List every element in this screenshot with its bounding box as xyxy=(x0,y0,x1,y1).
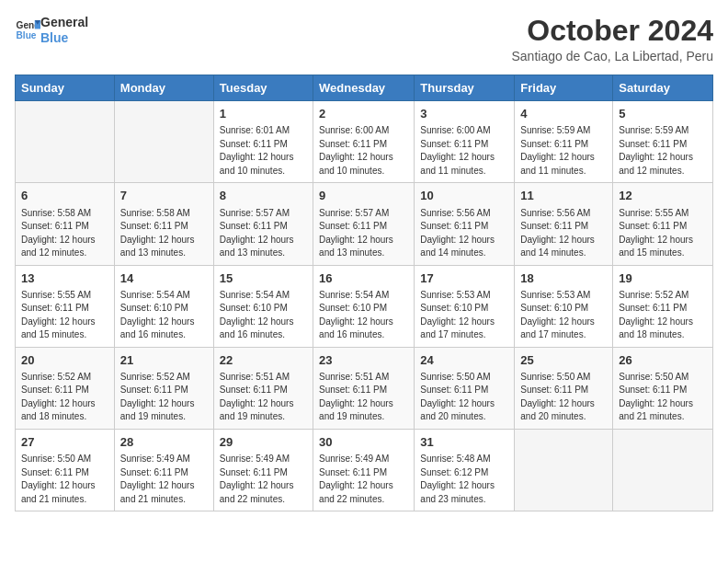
day-info: Sunrise: 5:50 AM Sunset: 6:11 PM Dayligh… xyxy=(21,453,108,506)
calendar-cell: 15Sunrise: 5:54 AM Sunset: 6:10 PM Dayli… xyxy=(213,265,313,347)
day-info: Sunrise: 5:54 AM Sunset: 6:10 PM Dayligh… xyxy=(120,289,208,342)
day-number: 3 xyxy=(420,106,508,122)
calendar-cell: 9Sunrise: 5:57 AM Sunset: 6:11 PM Daylig… xyxy=(313,183,415,265)
day-info: Sunrise: 5:51 AM Sunset: 6:11 PM Dayligh… xyxy=(319,371,408,424)
calendar-cell: 25Sunrise: 5:50 AM Sunset: 6:11 PM Dayli… xyxy=(515,347,613,429)
day-number: 4 xyxy=(520,106,607,122)
day-number: 30 xyxy=(319,434,408,451)
calendar-week-row: 1Sunrise: 6:01 AM Sunset: 6:11 PM Daylig… xyxy=(16,101,713,183)
calendar-cell: 28Sunrise: 5:49 AM Sunset: 6:11 PM Dayli… xyxy=(114,429,213,511)
day-number: 31 xyxy=(420,434,508,451)
calendar-body: 1Sunrise: 6:01 AM Sunset: 6:11 PM Daylig… xyxy=(16,101,713,511)
day-number: 8 xyxy=(220,188,307,204)
day-info: Sunrise: 5:52 AM Sunset: 6:11 PM Dayligh… xyxy=(21,371,108,424)
day-number: 12 xyxy=(619,188,707,204)
calendar-cell xyxy=(16,101,115,183)
calendar-cell: 8Sunrise: 5:57 AM Sunset: 6:11 PM Daylig… xyxy=(213,183,313,265)
day-info: Sunrise: 5:51 AM Sunset: 6:11 PM Dayligh… xyxy=(220,371,307,424)
calendar-cell: 31Sunrise: 5:48 AM Sunset: 6:12 PM Dayli… xyxy=(415,429,515,511)
svg-text:Blue: Blue xyxy=(17,30,37,40)
calendar-cell: 30Sunrise: 5:49 AM Sunset: 6:11 PM Dayli… xyxy=(313,429,415,511)
day-info: Sunrise: 6:00 AM Sunset: 6:11 PM Dayligh… xyxy=(420,124,508,178)
calendar-cell: 2Sunrise: 6:00 AM Sunset: 6:11 PM Daylig… xyxy=(313,101,415,183)
day-info: Sunrise: 5:49 AM Sunset: 6:11 PM Dayligh… xyxy=(220,453,307,506)
day-number: 15 xyxy=(220,270,307,287)
logo-line2: Blue xyxy=(40,30,88,46)
calendar-cell xyxy=(515,429,613,511)
month-title: October 2024 xyxy=(512,15,714,47)
day-number: 24 xyxy=(420,352,508,369)
day-info: Sunrise: 5:53 AM Sunset: 6:10 PM Dayligh… xyxy=(520,289,607,342)
day-number: 6 xyxy=(21,188,108,204)
calendar-cell: 1Sunrise: 6:01 AM Sunset: 6:11 PM Daylig… xyxy=(213,101,313,183)
day-info: Sunrise: 5:55 AM Sunset: 6:11 PM Dayligh… xyxy=(619,207,707,260)
calendar-cell: 22Sunrise: 5:51 AM Sunset: 6:11 PM Dayli… xyxy=(213,347,313,429)
calendar-week-row: 27Sunrise: 5:50 AM Sunset: 6:11 PM Dayli… xyxy=(16,429,713,511)
calendar-cell: 10Sunrise: 5:56 AM Sunset: 6:11 PM Dayli… xyxy=(415,183,515,265)
location-subtitle: Santiago de Cao, La Libertad, Peru xyxy=(512,49,714,63)
calendar-cell: 23Sunrise: 5:51 AM Sunset: 6:11 PM Dayli… xyxy=(313,347,415,429)
day-info: Sunrise: 5:52 AM Sunset: 6:11 PM Dayligh… xyxy=(619,289,707,342)
logo: General Blue General Blue xyxy=(15,15,88,46)
day-info: Sunrise: 5:58 AM Sunset: 6:11 PM Dayligh… xyxy=(21,207,108,260)
calendar-week-row: 13Sunrise: 5:55 AM Sunset: 6:11 PM Dayli… xyxy=(16,265,713,347)
day-number: 21 xyxy=(120,352,208,369)
day-info: Sunrise: 5:59 AM Sunset: 6:11 PM Dayligh… xyxy=(619,124,707,178)
day-info: Sunrise: 5:52 AM Sunset: 6:11 PM Dayligh… xyxy=(120,371,208,424)
day-info: Sunrise: 5:50 AM Sunset: 6:11 PM Dayligh… xyxy=(619,371,707,424)
calendar-cell: 14Sunrise: 5:54 AM Sunset: 6:10 PM Dayli… xyxy=(114,265,213,347)
calendar-cell: 7Sunrise: 5:58 AM Sunset: 6:11 PM Daylig… xyxy=(114,183,213,265)
logo-line1: General xyxy=(40,15,88,30)
calendar-cell xyxy=(613,429,713,511)
day-number: 23 xyxy=(319,352,408,369)
calendar-cell: 27Sunrise: 5:50 AM Sunset: 6:11 PM Dayli… xyxy=(16,429,115,511)
calendar-cell: 4Sunrise: 5:59 AM Sunset: 6:11 PM Daylig… xyxy=(515,101,613,183)
calendar-cell: 24Sunrise: 5:50 AM Sunset: 6:11 PM Dayli… xyxy=(415,347,515,429)
day-info: Sunrise: 5:48 AM Sunset: 6:12 PM Dayligh… xyxy=(420,453,508,506)
day-info: Sunrise: 6:00 AM Sunset: 6:11 PM Dayligh… xyxy=(319,124,408,178)
day-info: Sunrise: 5:50 AM Sunset: 6:11 PM Dayligh… xyxy=(420,371,508,424)
weekday-header-wednesday: Wednesday xyxy=(313,75,415,101)
weekday-header-tuesday: Tuesday xyxy=(213,75,313,101)
calendar-cell: 16Sunrise: 5:54 AM Sunset: 6:10 PM Dayli… xyxy=(313,265,415,347)
title-block: October 2024 Santiago de Cao, La Liberta… xyxy=(512,15,714,63)
day-number: 7 xyxy=(120,188,208,204)
calendar-week-row: 20Sunrise: 5:52 AM Sunset: 6:11 PM Dayli… xyxy=(16,347,713,429)
day-number: 11 xyxy=(520,188,607,204)
day-number: 14 xyxy=(120,270,208,287)
day-number: 1 xyxy=(220,106,307,122)
day-number: 5 xyxy=(619,106,707,122)
day-number: 25 xyxy=(520,352,607,369)
calendar-cell: 21Sunrise: 5:52 AM Sunset: 6:11 PM Dayli… xyxy=(114,347,213,429)
calendar-cell: 11Sunrise: 5:56 AM Sunset: 6:11 PM Dayli… xyxy=(515,183,613,265)
day-info: Sunrise: 5:56 AM Sunset: 6:11 PM Dayligh… xyxy=(420,207,508,260)
day-number: 29 xyxy=(220,434,307,451)
day-number: 20 xyxy=(21,352,108,369)
day-info: Sunrise: 5:57 AM Sunset: 6:11 PM Dayligh… xyxy=(319,207,408,260)
calendar-cell: 13Sunrise: 5:55 AM Sunset: 6:11 PM Dayli… xyxy=(16,265,115,347)
day-info: Sunrise: 5:53 AM Sunset: 6:10 PM Dayligh… xyxy=(420,289,508,342)
page-header: General Blue General Blue October 2024 S… xyxy=(15,15,713,63)
calendar-cell xyxy=(114,101,213,183)
weekday-header-row: SundayMondayTuesdayWednesdayThursdayFrid… xyxy=(16,75,713,101)
weekday-header-monday: Monday xyxy=(114,75,213,101)
day-info: Sunrise: 5:56 AM Sunset: 6:11 PM Dayligh… xyxy=(520,207,607,260)
day-info: Sunrise: 5:57 AM Sunset: 6:11 PM Dayligh… xyxy=(220,207,307,260)
day-info: Sunrise: 5:49 AM Sunset: 6:11 PM Dayligh… xyxy=(319,453,408,506)
calendar-cell: 29Sunrise: 5:49 AM Sunset: 6:11 PM Dayli… xyxy=(213,429,313,511)
day-info: Sunrise: 5:58 AM Sunset: 6:11 PM Dayligh… xyxy=(120,207,208,260)
day-info: Sunrise: 5:54 AM Sunset: 6:10 PM Dayligh… xyxy=(319,289,408,342)
day-info: Sunrise: 5:59 AM Sunset: 6:11 PM Dayligh… xyxy=(520,124,607,178)
calendar-cell: 18Sunrise: 5:53 AM Sunset: 6:10 PM Dayli… xyxy=(515,265,613,347)
weekday-header-thursday: Thursday xyxy=(415,75,515,101)
calendar-header: SundayMondayTuesdayWednesdayThursdayFrid… xyxy=(16,75,713,101)
weekday-header-sunday: Sunday xyxy=(16,75,115,101)
weekday-header-saturday: Saturday xyxy=(613,75,713,101)
day-number: 16 xyxy=(319,270,408,287)
calendar-cell: 5Sunrise: 5:59 AM Sunset: 6:11 PM Daylig… xyxy=(613,101,713,183)
calendar-table: SundayMondayTuesdayWednesdayThursdayFrid… xyxy=(15,75,713,511)
day-number: 28 xyxy=(120,434,208,451)
calendar-cell: 17Sunrise: 5:53 AM Sunset: 6:10 PM Dayli… xyxy=(415,265,515,347)
day-info: Sunrise: 5:54 AM Sunset: 6:10 PM Dayligh… xyxy=(220,289,307,342)
day-number: 26 xyxy=(619,352,707,369)
